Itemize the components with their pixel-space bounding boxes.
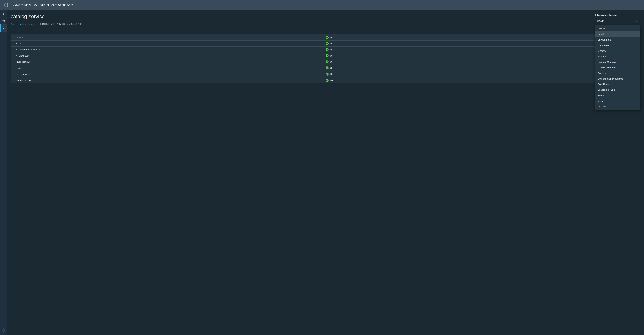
health-row-status: UP	[326, 42, 638, 45]
health-row-name: Instance	[17, 36, 326, 39]
health-row-name: refreshScope	[13, 79, 326, 82]
status-text: UP	[330, 54, 333, 57]
dropdown-option[interactable]: Beans	[595, 93, 640, 98]
status-text: UP	[330, 42, 333, 45]
status-text: UP	[330, 73, 333, 75]
chevron-right-icon[interactable]	[14, 55, 18, 57]
dropdown-option[interactable]: Details	[595, 26, 640, 31]
breadcrumb-service-link[interactable]: catalog-service	[20, 23, 35, 25]
dropdown-option[interactable]: Conditions	[595, 81, 640, 87]
dropdown-option[interactable]: Health	[595, 31, 640, 37]
top-header: VMware Tanzu Dev Tools for Azure Spring …	[0, 0, 644, 10]
chevron-right-icon[interactable]	[14, 49, 18, 51]
health-row-name: diskSpace	[19, 54, 326, 57]
health-child-row: refreshScopeUP	[11, 77, 640, 83]
health-table: InstanceUPdbUPdiscoveryCompositeUPdiskSp…	[11, 34, 640, 83]
status-text: UP	[330, 36, 333, 39]
health-row-status: UP	[326, 60, 638, 63]
breadcrumb-instance-id: 550400b5-8a60-4137-96f4-ce08ef63a103	[39, 23, 82, 25]
dropdown-option[interactable]: Scheduled Tasks	[595, 87, 640, 93]
health-row-status: UP	[326, 72, 638, 76]
info-category-selected-value: Health	[597, 19, 604, 22]
info-category-group: Information Category Health DetailsHealt…	[595, 14, 640, 24]
health-row-name: discoveryComposite	[19, 48, 326, 51]
dropdown-option[interactable]: Caches	[595, 70, 640, 76]
status-up-icon	[326, 79, 329, 82]
health-row-status: UP	[326, 48, 638, 51]
dropdown-option[interactable]: Configuration Properties	[595, 76, 640, 81]
dropdown-option[interactable]: Threads	[595, 54, 640, 59]
status-text: UP	[330, 60, 333, 63]
health-row-status: UP	[326, 79, 638, 82]
breadcrumb-separator: /	[37, 23, 38, 25]
chevron-up-icon	[636, 20, 638, 22]
health-row-status: UP	[326, 66, 638, 69]
app-title: VMware Tanzu Dev Tools for Azure Spring …	[12, 3, 74, 7]
status-text: UP	[330, 79, 333, 82]
rail-add-button[interactable]	[0, 17, 7, 24]
rail-live-view-button[interactable]	[0, 24, 7, 31]
health-row-name: db	[19, 42, 326, 45]
health-child-row: livenessStateUP	[11, 59, 640, 65]
dropdown-option[interactable]: Environment	[595, 37, 640, 42]
info-category-label: Information Category	[595, 14, 640, 16]
health-row-status: UP	[326, 54, 638, 57]
svg-marker-1	[5, 4, 7, 6]
dropdown-option[interactable]: HTTP Exchanges	[595, 65, 640, 70]
svg-marker-5	[2, 330, 4, 332]
dropdown-option[interactable]: Log Levels	[595, 42, 640, 48]
chevron-right-icon[interactable]	[14, 42, 18, 45]
status-up-icon	[326, 42, 329, 45]
health-row-name: livenessState	[13, 60, 326, 63]
rail-footer-logo-icon	[0, 326, 7, 335]
chevron-down-icon[interactable]	[13, 36, 16, 39]
main-content: catalog-service Apps / catalog-service /…	[7, 10, 644, 335]
app-logo-icon	[4, 2, 9, 8]
health-child-row[interactable]: dbUP	[11, 40, 640, 47]
health-child-row[interactable]: discoveryCompositeUP	[11, 47, 640, 53]
health-row-name: readinessState	[13, 73, 326, 75]
rail-collapse-toggle[interactable]	[0, 10, 7, 17]
status-text: UP	[330, 67, 333, 69]
health-row-name: ping	[13, 67, 326, 69]
status-up-icon	[326, 60, 329, 63]
dropdown-option[interactable]: Memory	[595, 48, 640, 54]
status-up-icon	[326, 54, 329, 57]
health-row-status: UP	[326, 36, 638, 39]
status-up-icon	[326, 48, 329, 51]
health-child-row[interactable]: diskSpaceUP	[11, 53, 640, 59]
info-category-select[interactable]: Health	[595, 18, 640, 24]
status-up-icon	[326, 66, 329, 69]
health-child-row: readinessStateUP	[11, 71, 640, 77]
dropdown-option[interactable]: Metrics	[595, 98, 640, 104]
page-title: catalog-service	[11, 14, 588, 19]
dropdown-option[interactable]: Actuator	[595, 104, 640, 109]
breadcrumb: Apps / catalog-service / 550400b5-8a60-4…	[11, 23, 588, 25]
breadcrumb-separator: /	[18, 23, 18, 25]
status-up-icon	[326, 72, 329, 76]
breadcrumb-apps-link[interactable]: Apps	[11, 23, 16, 25]
dropdown-option[interactable]: Request Mappings	[595, 59, 640, 65]
status-up-icon	[326, 36, 329, 39]
left-rail	[0, 10, 7, 335]
info-category-dropdown: DetailsHealthEnvironmentLog LevelsMemory…	[595, 25, 640, 110]
health-child-row: pingUP	[11, 65, 640, 71]
health-root-row[interactable]: InstanceUP	[11, 34, 640, 40]
status-text: UP	[330, 48, 333, 51]
